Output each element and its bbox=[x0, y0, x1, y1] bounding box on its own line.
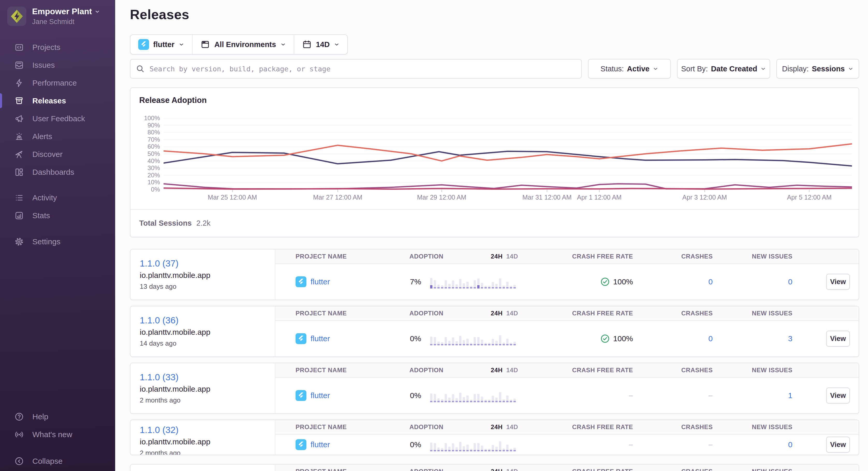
sidebar-item-collapse[interactable]: Collapse bbox=[0, 452, 115, 470]
sort-by-dropdown-value: Date Created bbox=[711, 65, 757, 73]
status-dropdown[interactable]: Status: Active bbox=[588, 59, 671, 78]
search-input[interactable] bbox=[130, 59, 582, 78]
sessions-sparkline bbox=[430, 332, 516, 345]
crashes-cell: 0 bbox=[637, 264, 715, 300]
new-issues-cell: 1 bbox=[715, 378, 793, 413]
view-button[interactable]: View bbox=[826, 274, 850, 290]
view-button[interactable]: View bbox=[826, 437, 850, 452]
flutter-platform-icon bbox=[296, 333, 306, 344]
sidebar-item-alerts[interactable]: Alerts bbox=[0, 128, 115, 145]
column-header-crash-free-rate: CRASH FREE RATE bbox=[523, 249, 637, 264]
column-header-project: PROJECT NAME bbox=[275, 420, 404, 435]
org-switcher[interactable]: Empower Plant Jane Schmidt bbox=[0, 0, 115, 31]
flutter-platform-icon bbox=[138, 39, 149, 50]
project-link[interactable]: flutter bbox=[311, 334, 330, 343]
crashes-cell: 0 bbox=[637, 321, 715, 357]
column-header-crashes: CRASHES bbox=[637, 465, 715, 471]
sort-by-dropdown[interactable]: Sort By: Date Created bbox=[677, 59, 770, 78]
display-dropdown[interactable]: Display: Sessions bbox=[776, 59, 859, 78]
sidebar-item-settings[interactable]: Settings bbox=[0, 233, 115, 250]
spark-range-toggle[interactable]: 24H 14D bbox=[491, 424, 518, 431]
date-range-filter[interactable]: 14D bbox=[294, 35, 347, 54]
project-filter[interactable]: flutter bbox=[130, 35, 192, 54]
toggle-24h[interactable]: 24H bbox=[491, 367, 503, 374]
sidebar-item-dashboards[interactable]: Dashboards bbox=[0, 163, 115, 181]
toggle-14d[interactable]: 14D bbox=[506, 310, 518, 317]
sessions-sparkline bbox=[430, 389, 516, 402]
y-axis-label: 90% bbox=[134, 122, 160, 129]
column-header-new-issues: NEW ISSUES bbox=[715, 306, 793, 321]
sidebar-item-help[interactable]: Help bbox=[0, 408, 115, 426]
column-header-adoption: ADOPTION 24H 14D bbox=[404, 249, 523, 264]
spark-range-toggle[interactable]: 24H 14D bbox=[491, 253, 518, 260]
toggle-14d[interactable]: 14D bbox=[506, 253, 518, 260]
toggle-24h[interactable]: 24H bbox=[491, 424, 503, 431]
toggle-14d[interactable]: 14D bbox=[506, 367, 518, 374]
sidebar-item-label: Stats bbox=[32, 211, 50, 220]
crash-free-cell: 100% bbox=[523, 264, 637, 300]
column-header-crash-free-rate: CRASH FREE RATE bbox=[523, 306, 637, 321]
x-axis-label: Mar 27 12:00 AM bbox=[313, 193, 362, 201]
crashes-link[interactable]: 0 bbox=[708, 334, 713, 343]
toggle-14d[interactable]: 14D bbox=[506, 424, 518, 431]
main-content: Releases flutter All Environments 14D bbox=[115, 0, 868, 471]
stats-icon bbox=[14, 210, 24, 221]
spark-range-toggle[interactable]: 24H 14D bbox=[491, 468, 518, 471]
spark-range-toggle[interactable]: 24H 14D bbox=[491, 310, 518, 317]
release-app-id: io.planttv.mobile.app bbox=[140, 328, 270, 337]
page-filter-bar: flutter All Environments 14D bbox=[130, 34, 348, 55]
sidebar-item-activity[interactable]: Activity bbox=[0, 189, 115, 207]
view-button[interactable]: View bbox=[826, 388, 850, 404]
y-axis-label: 70% bbox=[134, 136, 160, 143]
flutter-platform-icon bbox=[296, 439, 306, 450]
active-indicator bbox=[0, 93, 2, 108]
y-axis-label: 30% bbox=[134, 164, 160, 172]
toggle-14d[interactable]: 14D bbox=[506, 468, 518, 471]
column-header-crashes: CRASHES bbox=[637, 306, 715, 321]
sidebar-item-label: Discover bbox=[32, 150, 63, 159]
column-header-project: PROJECT NAME bbox=[275, 306, 404, 321]
view-button[interactable]: View bbox=[826, 331, 850, 347]
toggle-24h[interactable]: 24H bbox=[491, 253, 503, 260]
sidebar-item-label: Alerts bbox=[32, 132, 52, 141]
sidebar-item-releases[interactable]: Releases bbox=[0, 92, 115, 110]
sidebar-item-stats[interactable]: Stats bbox=[0, 207, 115, 224]
chevron-down-icon bbox=[334, 42, 340, 47]
spark-range-toggle[interactable]: 24H 14D bbox=[491, 367, 518, 374]
sidebar-item-whats-new[interactable]: What's new bbox=[0, 426, 115, 443]
crash-free-cell: – bbox=[523, 378, 637, 413]
release-version-link[interactable]: 1.1.0 (36) bbox=[140, 315, 270, 326]
crashes-link[interactable]: 0 bbox=[708, 277, 713, 286]
sidebar-item-performance[interactable]: Performance bbox=[0, 74, 115, 92]
project-link[interactable]: flutter bbox=[311, 277, 330, 286]
chevron-down-icon bbox=[280, 42, 286, 47]
sidebar-item-discover[interactable]: Discover bbox=[0, 145, 115, 163]
environment-filter[interactable]: All Environments bbox=[192, 35, 294, 54]
new-issues-link[interactable]: 0 bbox=[788, 440, 793, 449]
crash-free-value: 100% bbox=[613, 334, 633, 343]
project-link[interactable]: flutter bbox=[311, 440, 330, 449]
sidebar-item-projects[interactable]: Projects bbox=[0, 38, 115, 56]
release-version-link[interactable]: 1.1.0 (32) bbox=[140, 425, 270, 435]
release-version-link[interactable]: 1.1.0 (33) bbox=[140, 372, 270, 382]
release-version-link[interactable]: 1.1.0 (37) bbox=[140, 258, 270, 269]
column-header-crash-free-rate: CRASH FREE RATE bbox=[523, 363, 637, 378]
toggle-24h[interactable]: 24H bbox=[491, 310, 503, 317]
sidebar-item-user-feedback[interactable]: User Feedback bbox=[0, 110, 115, 128]
new-issues-link[interactable]: 3 bbox=[788, 334, 793, 343]
project-link[interactable]: flutter bbox=[311, 391, 330, 400]
y-axis-label: 40% bbox=[134, 158, 160, 165]
release-card: 1.1.0 (36) io.planttv.mobile.app 14 days… bbox=[130, 306, 859, 357]
crashes-cell: – bbox=[637, 435, 715, 455]
new-issues-link[interactable]: 0 bbox=[788, 277, 793, 286]
new-issues-cell: 3 bbox=[715, 321, 793, 357]
toggle-24h[interactable]: 24H bbox=[491, 468, 503, 471]
column-header-crashes: CRASHES bbox=[637, 363, 715, 378]
release-info: 1.1.0 (32) io.planttv.mobile.app 2 month… bbox=[130, 420, 275, 455]
new-issues-cell: 0 bbox=[715, 264, 793, 300]
y-axis-label: 10% bbox=[134, 179, 160, 186]
column-header-new-issues: NEW ISSUES bbox=[715, 249, 793, 264]
adoption-value: 0% bbox=[410, 440, 430, 449]
sidebar-item-issues[interactable]: Issues bbox=[0, 56, 115, 74]
new-issues-link[interactable]: 1 bbox=[788, 391, 793, 400]
